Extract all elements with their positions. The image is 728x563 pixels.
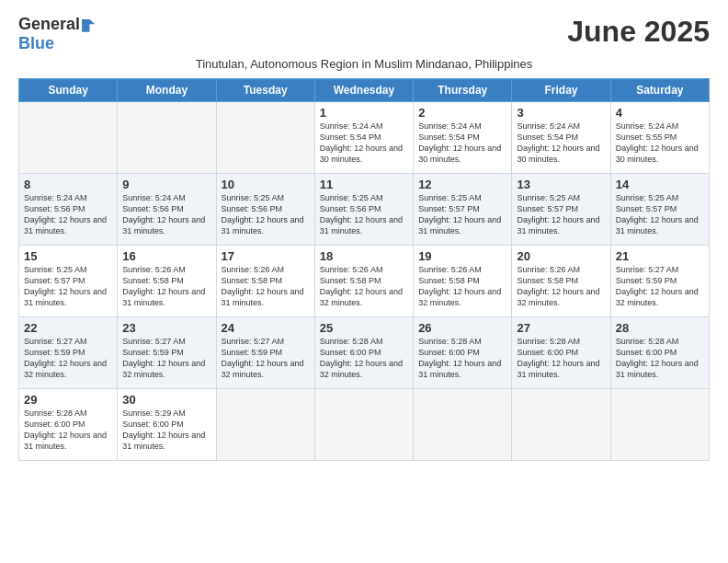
calendar-cell: 15Sunrise: 5:25 AMSunset: 5:57 PMDayligh… bbox=[19, 246, 118, 317]
subtitle: Tinutulan, Autonomous Region in Muslim M… bbox=[18, 57, 710, 71]
calendar-table: SundayMondayTuesdayWednesdayThursdayFrid… bbox=[18, 78, 710, 461]
day-info: Sunrise: 5:24 AMSunset: 5:54 PMDaylight:… bbox=[320, 121, 403, 164]
day-number: 4 bbox=[616, 106, 704, 120]
day-number: 17 bbox=[222, 249, 310, 263]
day-info: Sunrise: 5:24 AMSunset: 5:54 PMDaylight:… bbox=[418, 121, 501, 164]
day-info: Sunrise: 5:29 AMSunset: 6:00 PMDaylight:… bbox=[122, 408, 205, 451]
calendar-cell: 20Sunrise: 5:26 AMSunset: 5:58 PMDayligh… bbox=[512, 246, 610, 317]
day-number: 19 bbox=[418, 249, 506, 263]
day-number: 16 bbox=[122, 249, 210, 263]
logo-blue: Blue bbox=[18, 34, 54, 53]
day-number: 27 bbox=[517, 321, 605, 335]
calendar-cell: 2Sunrise: 5:24 AMSunset: 5:54 PMDaylight… bbox=[414, 102, 512, 174]
day-number: 12 bbox=[418, 178, 506, 191]
header: General Blue June 2025 bbox=[18, 15, 710, 53]
day-number: 15 bbox=[24, 249, 112, 263]
day-header-wednesday: Wednesday bbox=[314, 79, 413, 102]
day-info: Sunrise: 5:24 AMSunset: 5:55 PMDaylight:… bbox=[616, 121, 699, 164]
calendar-cell: 29Sunrise: 5:28 AMSunset: 6:00 PMDayligh… bbox=[19, 389, 118, 461]
day-number: 26 bbox=[418, 321, 506, 335]
day-number: 2 bbox=[418, 106, 506, 120]
day-info: Sunrise: 5:24 AMSunset: 5:56 PMDaylight:… bbox=[122, 193, 205, 236]
calendar-cell: 16Sunrise: 5:26 AMSunset: 5:58 PMDayligh… bbox=[118, 246, 216, 317]
day-number: 24 bbox=[222, 321, 310, 335]
day-info: Sunrise: 5:26 AMSunset: 5:58 PMDaylight:… bbox=[517, 265, 599, 307]
day-number: 22 bbox=[24, 321, 112, 335]
calendar-cell: 17Sunrise: 5:26 AMSunset: 5:58 PMDayligh… bbox=[216, 246, 314, 317]
calendar-page: General Blue June 2025 Tinutulan, Autono… bbox=[0, 0, 728, 470]
calendar-cell bbox=[118, 102, 216, 174]
day-info: Sunrise: 5:26 AMSunset: 5:58 PMDaylight:… bbox=[222, 265, 304, 307]
day-number: 25 bbox=[320, 321, 408, 335]
day-info: Sunrise: 5:25 AMSunset: 5:56 PMDaylight:… bbox=[320, 193, 403, 236]
day-number: 20 bbox=[517, 249, 605, 263]
day-header-monday: Monday bbox=[118, 79, 216, 102]
calendar-cell: 4Sunrise: 5:24 AMSunset: 5:55 PMDaylight… bbox=[610, 102, 709, 174]
day-info: Sunrise: 5:24 AMSunset: 5:56 PMDaylight:… bbox=[24, 193, 107, 236]
day-number: 11 bbox=[320, 178, 408, 191]
day-info: Sunrise: 5:26 AMSunset: 5:58 PMDaylight:… bbox=[418, 265, 501, 307]
logo-text: General bbox=[18, 15, 95, 34]
day-number: 13 bbox=[517, 178, 605, 191]
calendar-cell: 10Sunrise: 5:25 AMSunset: 5:56 PMDayligh… bbox=[216, 174, 314, 246]
day-header-tuesday: Tuesday bbox=[216, 79, 314, 102]
calendar-cell: 21Sunrise: 5:27 AMSunset: 5:59 PMDayligh… bbox=[610, 246, 709, 317]
day-number: 3 bbox=[517, 106, 605, 120]
day-number: 21 bbox=[616, 249, 704, 263]
day-info: Sunrise: 5:28 AMSunset: 6:00 PMDaylight:… bbox=[616, 337, 699, 379]
calendar-cell bbox=[512, 389, 610, 461]
day-header-thursday: Thursday bbox=[414, 79, 512, 102]
day-number: 8 bbox=[24, 178, 112, 191]
day-info: Sunrise: 5:25 AMSunset: 5:57 PMDaylight:… bbox=[418, 193, 501, 236]
calendar-cell bbox=[314, 389, 413, 461]
calendar-cell: 30Sunrise: 5:29 AMSunset: 6:00 PMDayligh… bbox=[118, 389, 216, 461]
day-info: Sunrise: 5:25 AMSunset: 5:57 PMDaylight:… bbox=[517, 193, 599, 236]
day-header-friday: Friday bbox=[512, 79, 610, 102]
day-info: Sunrise: 5:25 AMSunset: 5:56 PMDaylight:… bbox=[222, 193, 304, 236]
week-row: 8Sunrise: 5:24 AMSunset: 5:56 PMDaylight… bbox=[19, 174, 710, 246]
week-row: 15Sunrise: 5:25 AMSunset: 5:57 PMDayligh… bbox=[19, 246, 710, 317]
calendar-cell bbox=[610, 389, 709, 461]
week-row: 1Sunrise: 5:24 AMSunset: 5:54 PMDaylight… bbox=[19, 102, 710, 174]
calendar-cell bbox=[19, 102, 118, 174]
day-number: 28 bbox=[616, 321, 704, 335]
calendar-cell: 9Sunrise: 5:24 AMSunset: 5:56 PMDaylight… bbox=[118, 174, 216, 246]
day-info: Sunrise: 5:25 AMSunset: 5:57 PMDaylight:… bbox=[24, 265, 107, 307]
calendar-cell: 8Sunrise: 5:24 AMSunset: 5:56 PMDaylight… bbox=[19, 174, 118, 246]
calendar-cell: 19Sunrise: 5:26 AMSunset: 5:58 PMDayligh… bbox=[414, 246, 512, 317]
day-number: 23 bbox=[122, 321, 210, 335]
day-info: Sunrise: 5:28 AMSunset: 6:00 PMDaylight:… bbox=[320, 337, 403, 379]
day-number: 30 bbox=[122, 393, 210, 407]
calendar-cell bbox=[216, 389, 314, 461]
day-info: Sunrise: 5:28 AMSunset: 6:00 PMDaylight:… bbox=[517, 337, 599, 379]
week-row: 22Sunrise: 5:27 AMSunset: 5:59 PMDayligh… bbox=[19, 317, 710, 389]
calendar-cell: 1Sunrise: 5:24 AMSunset: 5:54 PMDaylight… bbox=[314, 102, 413, 174]
calendar-cell: 18Sunrise: 5:26 AMSunset: 5:58 PMDayligh… bbox=[314, 246, 413, 317]
calendar-cell: 13Sunrise: 5:25 AMSunset: 5:57 PMDayligh… bbox=[512, 174, 610, 246]
day-info: Sunrise: 5:26 AMSunset: 5:58 PMDaylight:… bbox=[122, 265, 205, 307]
day-info: Sunrise: 5:27 AMSunset: 5:59 PMDaylight:… bbox=[222, 337, 304, 379]
calendar-cell bbox=[216, 102, 314, 174]
calendar-cell bbox=[414, 389, 512, 461]
day-info: Sunrise: 5:27 AMSunset: 5:59 PMDaylight:… bbox=[122, 337, 205, 379]
calendar-cell: 24Sunrise: 5:27 AMSunset: 5:59 PMDayligh… bbox=[216, 317, 314, 389]
day-info: Sunrise: 5:26 AMSunset: 5:58 PMDaylight:… bbox=[320, 265, 403, 307]
calendar-cell: 12Sunrise: 5:25 AMSunset: 5:57 PMDayligh… bbox=[414, 174, 512, 246]
day-info: Sunrise: 5:28 AMSunset: 6:00 PMDaylight:… bbox=[418, 337, 501, 379]
day-info: Sunrise: 5:28 AMSunset: 6:00 PMDaylight:… bbox=[24, 408, 107, 451]
logo: General Blue bbox=[18, 15, 95, 53]
month-title: June 2025 bbox=[567, 15, 710, 49]
calendar-cell: 23Sunrise: 5:27 AMSunset: 5:59 PMDayligh… bbox=[118, 317, 216, 389]
calendar-cell: 28Sunrise: 5:28 AMSunset: 6:00 PMDayligh… bbox=[610, 317, 709, 389]
calendar-cell: 22Sunrise: 5:27 AMSunset: 5:59 PMDayligh… bbox=[19, 317, 118, 389]
day-header-sunday: Sunday bbox=[19, 79, 118, 102]
calendar-cell: 27Sunrise: 5:28 AMSunset: 6:00 PMDayligh… bbox=[512, 317, 610, 389]
week-row: 29Sunrise: 5:28 AMSunset: 6:00 PMDayligh… bbox=[19, 389, 710, 461]
calendar-cell: 3Sunrise: 5:24 AMSunset: 5:54 PMDaylight… bbox=[512, 102, 610, 174]
calendar-cell: 11Sunrise: 5:25 AMSunset: 5:56 PMDayligh… bbox=[314, 174, 413, 246]
day-number: 10 bbox=[222, 178, 310, 191]
days-header-row: SundayMondayTuesdayWednesdayThursdayFrid… bbox=[19, 79, 710, 102]
day-header-saturday: Saturday bbox=[610, 79, 709, 102]
logo-icon bbox=[82, 19, 95, 32]
day-number: 18 bbox=[320, 249, 408, 263]
